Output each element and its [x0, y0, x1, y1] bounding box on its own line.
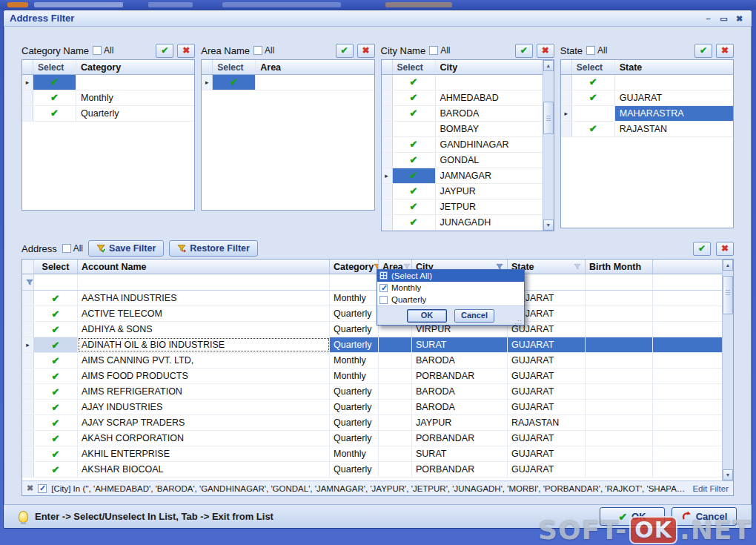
grid-row[interactable]: ▸✔JAMNAGAR — [382, 168, 554, 184]
column-header-birth-month[interactable]: Birth Month — [586, 260, 653, 274]
value-cell[interactable] — [76, 75, 194, 90]
all-checkbox[interactable]: All — [253, 45, 274, 56]
grid-row[interactable]: ✔GONDAL — [382, 153, 554, 168]
city-cell[interactable]: PORBANDAR — [412, 369, 508, 383]
filter-cell[interactable] — [586, 274, 653, 290]
city-cell[interactable]: BARODA — [412, 384, 508, 399]
filter-cell[interactable] — [34, 274, 78, 290]
area-cell[interactable] — [379, 462, 412, 477]
category-cell[interactable]: Quarterly — [330, 462, 379, 477]
edit-filter-link[interactable]: Edit Filter — [692, 484, 729, 493]
column-header-value[interactable]: Area — [256, 60, 374, 74]
grid-row[interactable]: ✔Quarterly — [22, 106, 194, 122]
state-cell[interactable]: GUJARAT — [508, 400, 586, 414]
scroll-down-icon[interactable]: ▼ — [723, 469, 733, 480]
column-header-account-name[interactable]: Account Name — [78, 260, 330, 274]
grid-row[interactable]: ✔BARODA — [382, 106, 554, 122]
select-cell[interactable] — [572, 106, 615, 121]
state-cell[interactable]: GUJARAT — [508, 446, 586, 461]
column-header-select[interactable]: Select — [213, 60, 256, 74]
close-icon[interactable]: ✖ — [733, 13, 746, 24]
state-cell[interactable]: GUJARAT — [508, 369, 586, 383]
restore-filter-button[interactable]: Restore Filter — [169, 240, 258, 257]
popup-item[interactable]: Quarterly — [377, 294, 524, 305]
city-cell[interactable]: JAYPUR — [412, 415, 508, 430]
birth-month-cell[interactable] — [586, 291, 653, 305]
birth-month-cell[interactable] — [586, 306, 653, 321]
category-cell[interactable]: Monthly — [330, 353, 379, 368]
account-name-cell[interactable]: AIMS REFRIGERATION — [78, 384, 330, 399]
city-cell[interactable]: PORBANDAR — [412, 431, 508, 446]
birth-month-cell[interactable] — [586, 431, 653, 446]
category-cell[interactable]: Quarterly — [330, 431, 379, 446]
select-cell[interactable]: ✔ — [34, 353, 78, 368]
account-row[interactable]: ✔AIMS CANNING PVT. LTD,MonthlyBARODAGUJA… — [22, 353, 733, 369]
select-cell[interactable]: ✔ — [393, 168, 436, 183]
value-cell[interactable]: JAYPUR — [436, 184, 554, 199]
area-cell[interactable] — [379, 384, 412, 399]
grid-row[interactable]: ✔AHMEDABAD — [382, 90, 554, 106]
grid-row[interactable]: ▸MAHARASTRA — [561, 106, 733, 122]
category-cell[interactable]: Monthly — [330, 446, 379, 461]
main-grid-scrollbar[interactable]: ▲ ▼ — [722, 260, 733, 480]
account-name-cell[interactable]: AIMS CANNING PVT. LTD, — [78, 353, 330, 368]
state-cell[interactable]: GUJARAT — [508, 462, 586, 477]
select-cell[interactable]: ✔ — [572, 75, 615, 90]
all-checkbox[interactable]: All — [93, 45, 113, 56]
state-cell[interactable]: GUJARAT — [508, 337, 586, 352]
scroll-down-icon[interactable]: ▼ — [543, 219, 554, 231]
value-cell[interactable]: GONDAL — [436, 153, 554, 168]
value-cell[interactable]: GANDHINAGAR — [436, 137, 554, 152]
select-cell[interactable]: ✔ — [393, 90, 436, 105]
account-name-cell[interactable]: ADINATH OIL & BIO INDUSTRISE — [78, 337, 330, 352]
category-cell[interactable]: Quarterly — [330, 337, 379, 352]
popup-item[interactable]: (Select All) — [377, 270, 524, 282]
title-bar[interactable]: Address Filter – ▭ ✖ — [4, 10, 752, 27]
select-cell[interactable]: ✔ — [34, 431, 78, 446]
address-all-checkbox[interactable]: All — [62, 243, 83, 254]
account-row[interactable]: ✔AJAY INDUSTRIESQuarterlyBARODAGUJARAT — [22, 400, 733, 415]
popup-resize-grip[interactable]: .:: — [514, 318, 523, 326]
value-cell[interactable]: BOMBAY — [436, 122, 554, 136]
clear-filter-button[interactable]: ✖ — [537, 44, 554, 58]
account-name-cell[interactable]: AKHIL ENTERPRISE — [78, 446, 330, 461]
clear-filter-button[interactable]: ✖ — [716, 44, 734, 58]
select-cell[interactable]: ✔ — [34, 384, 78, 399]
column-header-select[interactable]: Select — [34, 260, 78, 274]
city-cell[interactable]: SURAT — [412, 446, 508, 461]
vertical-scrollbar[interactable]: ▲▼ — [543, 60, 554, 231]
popup-cancel-button[interactable]: Cancel — [454, 309, 494, 323]
state-cell[interactable]: GUJARAT — [508, 353, 586, 368]
clear-filter-button[interactable]: ✖ — [177, 44, 195, 58]
birth-month-cell[interactable] — [586, 415, 653, 430]
account-name-cell[interactable]: ADHIYA & SONS — [78, 322, 330, 337]
column-header-select[interactable]: Select — [393, 60, 436, 74]
birth-month-cell[interactable] — [586, 353, 653, 368]
apply-address-filter-button[interactable]: ✔ — [693, 242, 711, 256]
area-cell[interactable] — [379, 415, 412, 430]
select-cell[interactable]: ✔ — [34, 369, 78, 383]
birth-month-cell[interactable] — [586, 462, 653, 477]
apply-filter-button[interactable]: ✔ — [694, 44, 712, 58]
scroll-up-icon[interactable]: ▲ — [543, 60, 554, 71]
save-filter-button[interactable]: Save Filter — [88, 240, 164, 257]
area-cell[interactable] — [379, 353, 412, 368]
category-cell[interactable]: Quarterly — [330, 322, 379, 337]
grid-row[interactable]: ✔RAJASTAN — [561, 122, 733, 137]
all-checkbox[interactable]: All — [586, 45, 607, 56]
category-cell[interactable]: Monthly — [330, 369, 379, 383]
account-row[interactable]: ✔AKSHAR BIOCOALQuarterlyPORBANDARGUJARAT — [22, 462, 733, 478]
select-cell[interactable]: ✔ — [34, 415, 78, 430]
grid-row[interactable]: ✔GANDHINAGAR — [382, 137, 554, 153]
value-cell[interactable]: MAHARASTRA — [615, 106, 733, 121]
account-row[interactable]: ✔AJAY SCRAP TRADERSQuarterlyJAYPURRAJAST… — [22, 415, 733, 431]
column-header-value[interactable]: State — [615, 60, 733, 74]
account-row[interactable]: ✔AIMS REFRIGERATIONQuarterlyBARODAGUJARA… — [22, 384, 733, 400]
column-header-category[interactable]: Category — [330, 260, 379, 274]
filter-cell[interactable] — [330, 274, 379, 290]
value-cell[interactable]: AHMEDABAD — [436, 90, 554, 105]
state-cell[interactable]: RAJASTAN — [508, 415, 586, 430]
area-cell[interactable] — [379, 369, 412, 383]
category-cell[interactable]: Quarterly — [330, 400, 379, 414]
account-name-cell[interactable]: AKASH CORPORATION — [78, 431, 330, 446]
